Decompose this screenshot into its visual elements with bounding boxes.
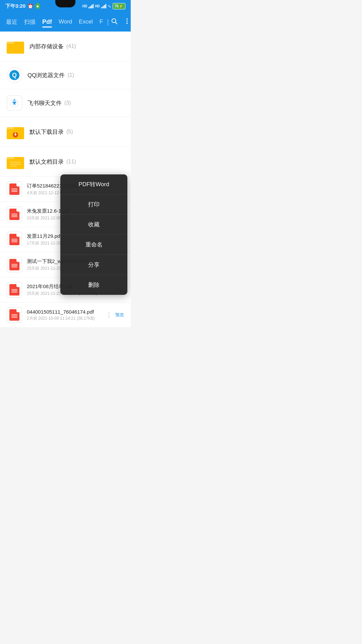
- context-menu-pdf-to-word[interactable]: PDF转Word: [60, 174, 127, 195]
- tab-bar: 最近 扫描 Pdf Word Excel F |: [0, 12, 131, 32]
- more-button-file6[interactable]: ⋮: [105, 310, 113, 320]
- status-left: 下午3:20 ⏰ ●: [5, 3, 40, 9]
- pdf-name-file6: 044001505111_76046174.pdf: [27, 309, 105, 315]
- svg-rect-24: [10, 164, 21, 165]
- tab-excel[interactable]: Excel: [75, 16, 96, 28]
- pdf-icon-file5: [7, 282, 22, 298]
- preview-button-file6[interactable]: 预览: [115, 312, 124, 318]
- folder-count-internal: (41): [66, 43, 76, 49]
- folder-default-docs[interactable]: 默认文档目录 (11): [0, 147, 131, 177]
- pdf-icon-file4: [7, 257, 22, 272]
- folder-count-docs: (11): [66, 159, 76, 165]
- more-menu-button[interactable]: [122, 16, 131, 28]
- folder-label-docs: 默认文档目录: [29, 158, 64, 166]
- tab-recent[interactable]: 最近: [3, 15, 21, 29]
- tab-f[interactable]: F: [96, 16, 106, 28]
- tab-actions: [109, 16, 131, 28]
- tab-scan[interactable]: 扫描: [21, 15, 39, 29]
- hd-label1: HD: [82, 4, 87, 8]
- battery-indicator: 75⚡: [113, 3, 125, 9]
- context-menu-share[interactable]: 分享: [60, 255, 127, 275]
- app-icon: ●: [35, 3, 40, 9]
- folder-count-qq: (1): [67, 72, 74, 78]
- pdf-icon-file1: [7, 181, 22, 197]
- svg-point-4: [127, 22, 128, 24]
- pdf-actions-file6: ⋮ 预览: [105, 310, 124, 320]
- svg-rect-7: [7, 44, 24, 54]
- folder-icon-docs: [7, 153, 24, 170]
- search-button[interactable]: [109, 16, 119, 28]
- tab-divider: |: [106, 18, 109, 26]
- pdf-info-file6: 044001505111_76046174.pdf 2月前 2021-10-09…: [27, 309, 105, 321]
- pdf-icon-file2: [7, 207, 22, 222]
- folder-count-download: (5): [66, 129, 73, 135]
- qq-icon: Q: [7, 67, 22, 83]
- svg-text:Q: Q: [12, 72, 17, 78]
- context-menu-favorite[interactable]: 收藏: [60, 215, 127, 235]
- folder-label-internal: 内部存储设备: [29, 43, 64, 50]
- folder-label-download: 默认下载目录: [29, 128, 64, 136]
- signal-bars-2: [101, 4, 106, 8]
- folder-icon-download: [7, 123, 24, 141]
- svg-line-1: [116, 22, 117, 24]
- wifi-icon: ∿: [108, 4, 111, 9]
- context-menu-print[interactable]: 打印: [60, 195, 127, 215]
- folder-feishu[interactable]: 飞书聊天文件 (3): [0, 89, 131, 117]
- signal-bars-1: [88, 4, 94, 8]
- pdf-icon-file6: [7, 307, 22, 323]
- svg-point-3: [127, 20, 128, 22]
- svg-rect-23: [10, 162, 21, 163]
- folder-qq-browser[interactable]: Q QQ浏览器文件 (1): [0, 61, 131, 89]
- folder-label-feishu: 飞书聊天文件: [27, 99, 62, 107]
- folder-internal-storage[interactable]: 内部存储设备 (41): [0, 32, 131, 61]
- folder-icon-internal: [7, 38, 24, 55]
- time: 下午3:20: [5, 3, 25, 9]
- tab-pdf[interactable]: Pdf: [39, 16, 55, 28]
- pdf-item-file6[interactable]: 044001505111_76046174.pdf 2月前 2021-10-09…: [0, 303, 131, 328]
- context-menu-delete[interactable]: 删除: [60, 275, 127, 295]
- tab-word[interactable]: Word: [55, 16, 75, 28]
- svg-rect-19: [15, 132, 16, 135]
- svg-point-2: [127, 18, 128, 19]
- status-right: HD HD ∿ 75⚡: [82, 3, 125, 9]
- context-menu-rename[interactable]: 重命名: [60, 235, 127, 255]
- alarm-icon: ⏰: [27, 3, 33, 9]
- notch: [55, 0, 75, 7]
- folder-count-feishu: (3): [64, 100, 71, 106]
- svg-rect-25: [10, 166, 17, 167]
- pdf-icon-file3: [7, 232, 22, 247]
- pdf-meta-file6: 2月前 2021-10-09 11:14:21 (38.17KB): [27, 316, 105, 321]
- folder-label-qq: QQ浏览器文件: [27, 71, 65, 79]
- hd-label2: HD: [95, 4, 100, 8]
- context-menu: PDF转Word 打印 收藏 重命名 分享 删除: [60, 174, 127, 295]
- folder-default-download[interactable]: 默认下载目录 (5): [0, 117, 131, 147]
- phone-frame: 下午3:20 ⏰ ● HD HD ∿ 75⚡: [0, 0, 131, 328]
- feishu-icon: [7, 95, 22, 111]
